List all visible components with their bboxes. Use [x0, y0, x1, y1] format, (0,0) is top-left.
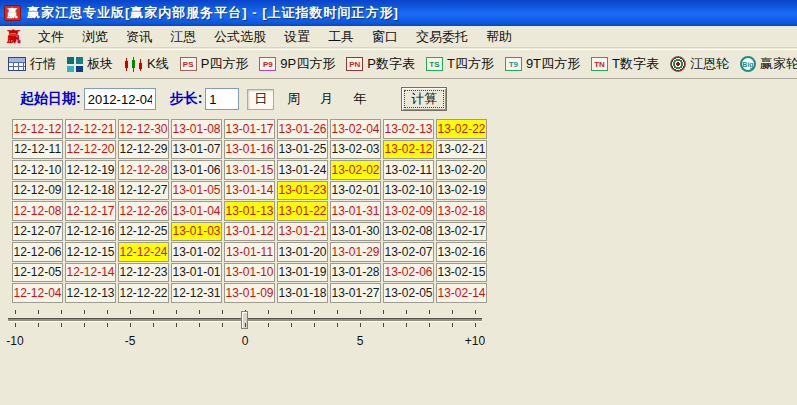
date-cell: 12-12-28	[118, 160, 169, 180]
step-input[interactable]	[205, 88, 239, 110]
date-cell: 13-02-16	[436, 242, 487, 262]
toolbar: 行情板块K线PSP四方形P99P四方形PNP数字表TST四方形T99T四方形TN…	[0, 49, 797, 79]
slider-labels: -10-505+10	[15, 334, 475, 350]
ts-badge-icon: TS	[426, 57, 443, 71]
menu-items: 文件浏览资讯江恩公式选股设置工具窗口交易委托帮助	[29, 26, 521, 48]
slider-tick	[360, 310, 361, 314]
slider-tick	[222, 323, 223, 327]
date-cell: 13-01-19	[277, 263, 328, 283]
date-cell: 12-12-21	[65, 119, 116, 139]
slider-tick	[383, 323, 384, 327]
menu-item-tools[interactable]: 工具	[319, 26, 363, 48]
gann-wheel-icon	[670, 56, 686, 72]
toolbar-label-t-number-table: T数字表	[612, 55, 659, 73]
tn-badge-icon: TN	[591, 57, 608, 71]
menu-bar: 赢 文件浏览资讯江恩公式选股设置工具窗口交易委托帮助	[0, 26, 797, 48]
date-cell: 12-12-16	[65, 222, 116, 242]
ps-badge-icon: PS	[180, 57, 197, 71]
slider-tick	[268, 310, 269, 314]
date-cell: 12-12-04	[12, 283, 63, 303]
date-cell: 13-02-06	[383, 263, 434, 283]
date-cell: 13-01-28	[330, 263, 381, 283]
menu-item-gann[interactable]: 江恩	[161, 26, 205, 48]
slider-tick	[452, 323, 453, 327]
date-cell: 12-12-11	[12, 140, 63, 160]
toolbar-label-quotes: 行情	[30, 55, 56, 73]
menu-item-formula-stock-pick[interactable]: 公式选股	[205, 26, 275, 48]
toolbar-button-9t-square[interactable]: T99T四方形	[505, 55, 580, 73]
date-cell: 13-01-06	[171, 160, 222, 180]
menu-item-file[interactable]: 文件	[29, 26, 73, 48]
date-cell: 13-02-22	[436, 119, 487, 139]
slider-tick	[84, 310, 85, 314]
date-cell: 13-01-12	[224, 222, 275, 242]
toolbar-button-kline[interactable]: K线	[124, 55, 169, 73]
period-group: 日周月年	[247, 89, 379, 110]
slider-tick	[130, 310, 131, 314]
menu-item-settings[interactable]: 设置	[275, 26, 319, 48]
date-cell: 13-02-07	[383, 242, 434, 262]
date-cell: 13-01-11	[224, 242, 275, 262]
toolbar-button-p-number-table[interactable]: PNP数字表	[346, 55, 415, 73]
date-cell: 13-01-18	[277, 283, 328, 303]
calculate-button[interactable]: 计算	[401, 87, 447, 111]
title-bar: 赢 赢家江恩专业版[赢家内部服务平台] - [上证指数时间正方形]	[0, 0, 797, 26]
date-cell: 13-02-03	[330, 140, 381, 160]
date-cell: 12-12-05	[12, 263, 63, 283]
slider-tick	[268, 323, 269, 327]
toolbar-label-p-number-table: P数字表	[367, 55, 415, 73]
toolbar-button-p-square[interactable]: PSP四方形	[180, 55, 249, 73]
toolbar-label-9p-square: 9P四方形	[280, 55, 335, 73]
offset-slider[interactable]: -10-505+10	[8, 310, 482, 356]
date-cell: 13-02-02	[330, 160, 381, 180]
date-cell: 13-01-16	[224, 140, 275, 160]
pn-badge-icon: PN	[346, 57, 363, 71]
date-cell: 12-12-15	[65, 242, 116, 262]
date-cell: 13-02-01	[330, 181, 381, 201]
toolbar-button-quotes[interactable]: 行情	[8, 55, 56, 73]
toolbar-button-winner-wheel[interactable]: Big赢家轮	[740, 55, 797, 73]
menu-item-window[interactable]: 窗口	[363, 26, 407, 48]
period-option-month[interactable]: 月	[313, 89, 340, 110]
slider-tick	[15, 310, 16, 314]
date-cell: 13-01-13	[224, 201, 275, 221]
period-option-week[interactable]: 周	[280, 89, 307, 110]
date-cell: 13-01-15	[224, 160, 275, 180]
period-option-day[interactable]: 日	[247, 89, 274, 110]
date-cell: 13-01-10	[224, 263, 275, 283]
toolbar-button-t-number-table[interactable]: TNT数字表	[591, 55, 659, 73]
date-cell: 13-01-04	[171, 201, 222, 221]
winner-wheel-icon: Big	[740, 56, 756, 72]
start-date-input[interactable]	[84, 88, 156, 110]
menu-item-browse[interactable]: 浏览	[73, 26, 117, 48]
menu-item-help[interactable]: 帮助	[477, 26, 521, 48]
app-logo-icon: 赢	[4, 5, 21, 21]
date-cell: 13-01-01	[171, 263, 222, 283]
date-cell: 13-02-17	[436, 222, 487, 242]
date-cell: 13-01-14	[224, 181, 275, 201]
date-cell: 13-01-09	[224, 283, 275, 303]
slider-tick	[107, 310, 108, 314]
toolbar-button-sectors[interactable]: 板块	[67, 55, 113, 73]
toolbar-button-9p-square[interactable]: P99P四方形	[259, 55, 335, 73]
toolbar-button-gann-wheel[interactable]: 江恩轮	[670, 55, 729, 73]
app-window: 赢 赢家江恩专业版[赢家内部服务平台] - [上证指数时间正方形] 赢 文件浏览…	[0, 0, 797, 405]
period-option-year[interactable]: 年	[346, 89, 373, 110]
slider-tick	[314, 310, 315, 314]
slider-track[interactable]	[8, 318, 482, 321]
window-title: 赢家江恩专业版[赢家内部服务平台] - [上证指数时间正方形]	[27, 4, 399, 22]
date-cell: 13-01-08	[171, 119, 222, 139]
slider-tick	[406, 310, 407, 314]
toolbar-button-t-square[interactable]: TST四方形	[426, 55, 494, 73]
toolbar-label-t-square: T四方形	[447, 55, 494, 73]
slider-tick	[61, 323, 62, 327]
slider-tick-label: -10	[6, 334, 23, 348]
date-cell: 13-02-10	[383, 181, 434, 201]
slider-tick	[245, 323, 246, 327]
slider-tick	[429, 323, 430, 327]
slider-tick-label: +10	[465, 334, 485, 348]
date-cell: 13-01-31	[330, 201, 381, 221]
menu-item-trade-entrust[interactable]: 交易委托	[407, 26, 477, 48]
menu-item-news[interactable]: 资讯	[117, 26, 161, 48]
slider-tick	[84, 323, 85, 327]
